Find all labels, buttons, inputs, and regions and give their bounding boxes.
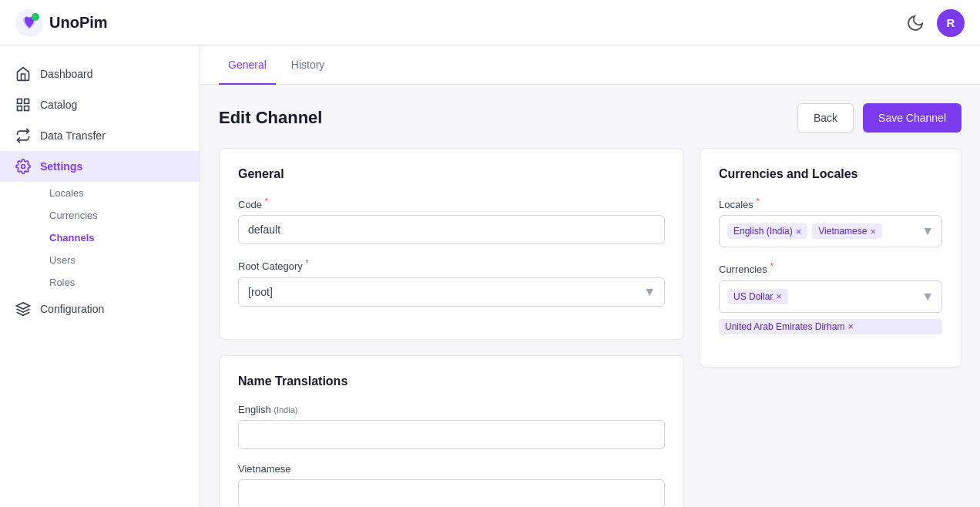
sidebar-sub-menu: Locales Currencies Channels Users Roles <box>0 182 200 294</box>
remove-locale-english-india[interactable]: × <box>796 227 802 237</box>
name-translations-card: Name Translations English (India) Vietna… <box>219 355 684 507</box>
content-grid: General Code * Root Category * <box>219 148 962 507</box>
code-form-group: Code * <box>238 196 665 244</box>
sidebar-item-roles[interactable]: Roles <box>40 271 200 294</box>
header-actions: Back Save Channel <box>797 103 962 133</box>
sidebar-item-configuration[interactable]: Configuration <box>0 294 200 324</box>
avatar[interactable]: R <box>937 9 965 37</box>
locales-tags-input[interactable]: English (India) × Vietnamese × ▼ <box>719 215 942 247</box>
logo-text: UnoPim <box>49 14 108 32</box>
currencies-dropdown-arrow[interactable]: ▼ <box>921 290 934 304</box>
svg-rect-2 <box>18 99 22 104</box>
right-column: Currencies and Locales Locales * English… <box>700 148 962 507</box>
sidebar-label-data-transfer: Data Transfer <box>40 129 106 142</box>
currencies-form-group: Currencies * US Dollar × ▼ <box>719 261 942 334</box>
currencies-locales-card: Currencies and Locales Locales * English… <box>700 148 962 368</box>
topnav-right: R <box>906 9 965 37</box>
home-icon <box>15 66 31 82</box>
settings-icon <box>15 159 31 174</box>
sidebar: Dashboard Catalog Data Transfer <box>0 46 200 507</box>
config-icon <box>15 301 31 317</box>
sidebar-item-data-transfer[interactable]: Data Transfer <box>0 120 200 151</box>
sidebar-item-dashboard[interactable]: Dashboard <box>0 59 200 89</box>
svg-rect-3 <box>25 99 29 104</box>
vietnamese-form-group: Vietnamese <box>238 463 665 507</box>
currencies-locales-title: Currencies and Locales <box>719 167 942 181</box>
vietnamese-input[interactable] <box>238 479 665 507</box>
currency-tag-usd: US Dollar × <box>727 289 788 304</box>
svg-rect-5 <box>25 106 29 111</box>
root-category-select[interactable]: [root] <box>238 277 665 307</box>
currencies-label: Currencies * <box>719 261 942 275</box>
sidebar-label-catalog: Catalog <box>40 99 77 111</box>
name-translations-title: Name Translations <box>238 374 665 388</box>
tab-history[interactable]: History <box>282 46 334 85</box>
svg-point-1 <box>32 13 39 21</box>
topnav: UnoPim R <box>0 0 980 46</box>
sidebar-item-users[interactable]: Users <box>40 249 200 271</box>
page-title: Edit Channel <box>219 108 322 128</box>
svg-point-6 <box>22 165 25 169</box>
sidebar-label-configuration: Configuration <box>40 303 104 315</box>
currencies-tags-input[interactable]: US Dollar × ▼ <box>719 280 942 313</box>
general-card-title: General <box>238 167 665 181</box>
save-channel-button[interactable]: Save Channel <box>863 103 962 133</box>
tabs-bar: General History <box>200 46 980 85</box>
root-category-label: Root Category * <box>238 258 665 272</box>
logo[interactable]: UnoPim <box>15 9 108 37</box>
remove-currency-aed[interactable]: × <box>847 321 854 331</box>
dark-mode-icon[interactable] <box>906 14 925 32</box>
sidebar-item-settings[interactable]: Settings <box>0 151 200 182</box>
page-content-area: Edit Channel Back Save Channel General <box>200 85 980 507</box>
catalog-icon <box>15 97 31 112</box>
sidebar-item-catalog[interactable]: Catalog <box>0 89 200 120</box>
sidebar-item-locales[interactable]: Locales <box>40 182 200 204</box>
locales-dropdown-arrow[interactable]: ▼ <box>921 224 934 238</box>
remove-currency-usd[interactable]: × <box>776 291 782 301</box>
root-category-select-wrapper: [root] ▼ <box>238 277 665 307</box>
english-india-input[interactable] <box>238 420 665 449</box>
sidebar-label-dashboard: Dashboard <box>40 68 93 80</box>
sidebar-item-channels[interactable]: Channels <box>40 227 200 249</box>
back-button[interactable]: Back <box>797 103 854 133</box>
sidebar-label-settings: Settings <box>40 160 82 173</box>
logo-icon <box>15 9 43 37</box>
general-card: General Code * Root Category * <box>219 148 684 340</box>
main-content: General History Edit Channel Back Save C… <box>200 46 980 507</box>
sidebar-item-currencies[interactable]: Currencies <box>40 204 200 227</box>
left-column: General Code * Root Category * <box>219 148 684 507</box>
tab-general[interactable]: General <box>219 46 276 85</box>
locale-tag-english-india: English (India) × <box>727 223 807 239</box>
code-label: Code * <box>238 196 665 210</box>
english-india-label: English (India) <box>238 404 665 415</box>
remove-locale-vietnamese[interactable]: × <box>870 227 876 237</box>
svg-rect-4 <box>18 106 22 111</box>
english-india-form-group: English (India) <box>238 404 665 449</box>
locale-tag-vietnamese: Vietnamese × <box>812 223 882 239</box>
locales-form-group: Locales * English (India) × Vietnamese × <box>719 196 942 247</box>
transfer-icon <box>15 128 31 143</box>
vietnamese-label: Vietnamese <box>238 463 665 475</box>
root-category-form-group: Root Category * [root] ▼ <box>238 258 665 306</box>
code-input[interactable] <box>238 215 665 244</box>
currency-tag-aed: United Arab Emirates Dirham × <box>719 319 942 334</box>
locales-label: Locales * <box>719 196 942 210</box>
page-header: Edit Channel Back Save Channel <box>219 103 962 133</box>
